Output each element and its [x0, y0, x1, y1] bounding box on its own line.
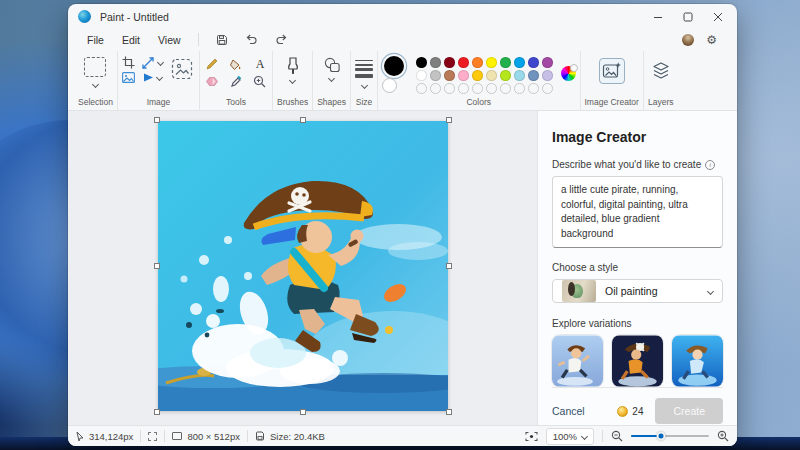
resize-button[interactable]	[142, 57, 163, 69]
menu-view[interactable]: View	[149, 32, 190, 48]
zoom-in-icon[interactable]	[717, 430, 729, 442]
primary-color-swatch[interactable]	[384, 56, 404, 76]
prompt-input[interactable]: a little cute pirate, running, colorful,…	[552, 176, 723, 248]
style-dropdown[interactable]: Oil painting	[552, 279, 723, 303]
canvas[interactable]	[158, 121, 448, 411]
style-value: Oil painting	[605, 285, 699, 297]
zoom-out-icon[interactable]	[611, 430, 623, 442]
info-icon[interactable]: i	[705, 160, 715, 170]
pirate-artwork	[158, 121, 448, 411]
menu-edit[interactable]: Edit	[113, 32, 149, 48]
zoom-slider[interactable]	[631, 435, 709, 438]
color-swatch[interactable]	[528, 57, 539, 68]
file-size-icon	[255, 431, 265, 441]
fit-to-screen-icon[interactable]	[525, 431, 538, 442]
empty-color-slot[interactable]	[444, 83, 455, 94]
minimize-button[interactable]	[643, 6, 673, 28]
rotate-flip-button[interactable]	[142, 72, 163, 83]
create-button[interactable]: Create	[655, 398, 723, 424]
image-creator-button[interactable]	[599, 58, 625, 84]
color-swatch[interactable]	[514, 70, 525, 81]
style-thumbnail	[562, 280, 596, 302]
shapes-icon	[323, 57, 341, 73]
chevron-down-icon[interactable]	[289, 77, 296, 84]
chevron-down-icon[interactable]	[328, 75, 335, 82]
layers-button[interactable]	[648, 58, 674, 84]
color-swatch[interactable]	[486, 70, 497, 81]
empty-color-slot[interactable]	[528, 83, 539, 94]
empty-color-slot[interactable]	[430, 83, 441, 94]
resize-handle[interactable]	[446, 409, 452, 415]
color-swatch[interactable]	[444, 57, 455, 68]
empty-color-slot[interactable]	[458, 83, 469, 94]
file-size-indicator: Size: 20.4KB	[255, 431, 325, 442]
eraser-tool[interactable]	[204, 75, 220, 88]
secondary-color-swatch[interactable]	[382, 78, 397, 93]
style-label: Choose a style	[552, 262, 723, 273]
color-swatch[interactable]	[514, 57, 525, 68]
ribbon-toolbar: Selection	[68, 50, 737, 111]
variation-thumbnail-2[interactable]	[612, 335, 663, 387]
chevron-down-icon[interactable]	[157, 59, 164, 66]
resize-handle[interactable]	[446, 263, 452, 269]
remove-background-button[interactable]	[169, 56, 195, 82]
color-swatch[interactable]	[472, 70, 483, 81]
selection-group-label: Selection	[78, 97, 113, 109]
color-swatch[interactable]	[458, 70, 469, 81]
picture-button[interactable]	[122, 72, 135, 83]
crop-button[interactable]	[122, 56, 135, 69]
zoom-slider-knob[interactable]	[656, 432, 665, 441]
chevron-down-icon[interactable]	[156, 74, 163, 81]
color-swatch[interactable]	[542, 57, 553, 68]
color-swatch[interactable]	[458, 57, 469, 68]
empty-color-slot[interactable]	[472, 83, 483, 94]
chevron-down-icon[interactable]	[92, 81, 99, 88]
color-swatch[interactable]	[416, 57, 427, 68]
selection-group[interactable]: Selection	[74, 51, 117, 110]
pencil-tool[interactable]	[204, 57, 220, 72]
color-swatch[interactable]	[444, 70, 455, 81]
empty-color-slot[interactable]	[514, 83, 525, 94]
color-swatch[interactable]	[430, 70, 441, 81]
shapes-group[interactable]: Shapes	[312, 51, 350, 110]
color-swatch[interactable]	[486, 57, 497, 68]
resize-handle[interactable]	[154, 117, 160, 123]
color-swatch[interactable]	[542, 70, 553, 81]
size-group[interactable]: Size	[350, 51, 377, 110]
variation-thumbnail-3[interactable]	[672, 335, 723, 387]
color-swatch[interactable]	[472, 57, 483, 68]
eyedropper-tool[interactable]	[228, 75, 244, 88]
magnifier-tool[interactable]	[252, 75, 268, 88]
account-avatar[interactable]	[682, 34, 694, 46]
edit-colors-button[interactable]	[561, 66, 576, 81]
chevron-down-icon[interactable]	[360, 82, 367, 89]
cancel-button[interactable]: Cancel	[552, 405, 585, 417]
maximize-button[interactable]	[673, 6, 703, 28]
fill-tool[interactable]	[228, 57, 244, 72]
resize-handle[interactable]	[300, 117, 306, 123]
empty-color-slot[interactable]	[416, 83, 427, 94]
empty-color-slot[interactable]	[500, 83, 511, 94]
zoom-level-dropdown[interactable]: 100%	[546, 428, 594, 445]
menu-file[interactable]: File	[78, 32, 113, 48]
resize-handle[interactable]	[300, 409, 306, 415]
text-tool[interactable]: A	[252, 57, 268, 72]
empty-color-slot[interactable]	[486, 83, 497, 94]
brushes-group[interactable]: Brushes	[272, 51, 312, 110]
color-swatch[interactable]	[528, 70, 539, 81]
empty-color-slot[interactable]	[542, 83, 553, 94]
color-swatch[interactable]	[500, 57, 511, 68]
variation-thumbnail-1[interactable]	[552, 335, 603, 387]
resize-handle[interactable]	[446, 117, 452, 123]
color-swatch[interactable]	[416, 70, 427, 81]
resize-handle[interactable]	[154, 409, 160, 415]
undo-button[interactable]	[240, 31, 264, 48]
save-button[interactable]	[210, 31, 234, 48]
divider	[247, 430, 248, 442]
color-swatch[interactable]	[430, 57, 441, 68]
settings-gear-icon[interactable]: ⚙	[706, 34, 717, 46]
color-swatch[interactable]	[500, 70, 511, 81]
redo-button[interactable]	[270, 31, 294, 48]
resize-handle[interactable]	[154, 263, 160, 269]
close-button[interactable]	[703, 6, 733, 28]
